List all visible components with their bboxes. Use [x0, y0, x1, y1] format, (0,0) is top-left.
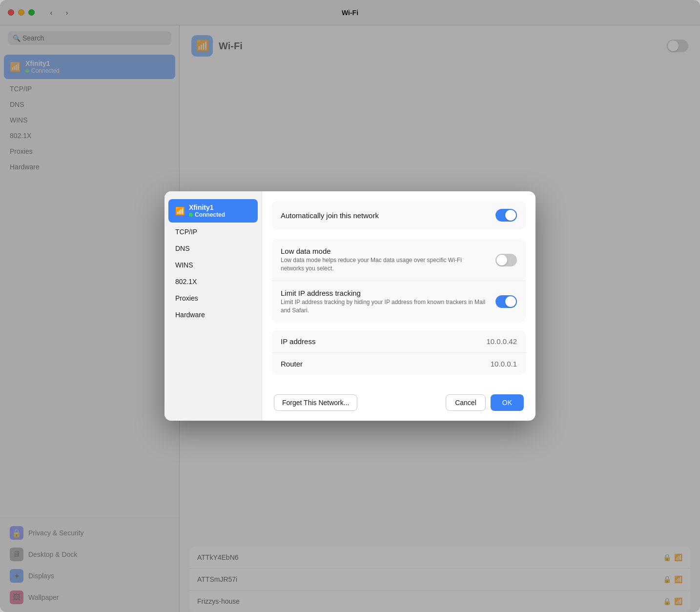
- low-data-knob: [496, 255, 507, 265]
- limit-ip-toggle[interactable]: [495, 295, 517, 308]
- modal-main: Automatically join this network Low data…: [262, 191, 535, 420]
- modal-network-info: Xfinity1 Connected: [189, 204, 225, 218]
- router-value: 10.0.0.1: [491, 360, 517, 368]
- modal-content: 📶 Xfinity1 Connected TCP/IP DNS WINS 802…: [165, 191, 535, 420]
- auto-join-knob: [505, 210, 516, 221]
- modal-nav-8021x[interactable]: 802.1X: [165, 273, 262, 290]
- auto-join-row: Automatically join this network: [272, 201, 526, 229]
- auto-join-label: Automatically join this network: [281, 211, 379, 220]
- modal-nav-proxies[interactable]: Proxies: [165, 290, 262, 306]
- modal-network-status: Connected: [189, 211, 225, 218]
- router-label: Router: [281, 360, 303, 368]
- low-data-toggle[interactable]: [495, 254, 517, 266]
- ok-button[interactable]: OK: [491, 394, 524, 411]
- ip-address-value: 10.0.0.42: [486, 337, 517, 346]
- modal-selected-network[interactable]: 📶 Xfinity1 Connected: [168, 199, 258, 223]
- low-data-info: Low data mode Low data mode helps reduce…: [281, 247, 495, 273]
- footer-btn-group: Cancel OK: [446, 394, 524, 411]
- low-data-label: Low data mode: [281, 247, 486, 255]
- ip-address-label: IP address: [281, 337, 315, 346]
- limit-ip-desc: Limit IP address tracking by hiding your…: [281, 298, 486, 315]
- limit-ip-info: Limit IP address tracking Limit IP addre…: [281, 289, 495, 315]
- ip-info-section: IP address 10.0.0.42 Router 10.0.0.1: [272, 330, 526, 375]
- ip-address-row: IP address 10.0.0.42: [272, 330, 526, 353]
- modal-wifi-icon: 📶: [175, 206, 185, 216]
- main-window: ‹ › Wi-Fi 🔍 📶 Xfinity1: [0, 0, 700, 612]
- modal-nav-hardware[interactable]: Hardware: [165, 306, 262, 323]
- modal-overlay: 📶 Xfinity1 Connected TCP/IP DNS WINS 802…: [0, 0, 700, 612]
- auto-join-toggle[interactable]: [495, 209, 517, 222]
- modal-nav-wins[interactable]: WINS: [165, 257, 262, 273]
- limit-ip-label: Limit IP address tracking: [281, 289, 486, 297]
- modal-nav-tcpip[interactable]: TCP/IP: [165, 224, 262, 240]
- forget-network-button[interactable]: Forget This Network...: [274, 394, 357, 411]
- modal-sidebar: 📶 Xfinity1 Connected TCP/IP DNS WINS 802…: [165, 191, 262, 420]
- low-data-desc: Low data mode helps reduce your Mac data…: [281, 256, 486, 273]
- limit-ip-row: Limit IP address tracking Limit IP addre…: [272, 281, 526, 323]
- modal-nav-dns[interactable]: DNS: [165, 240, 262, 257]
- router-row: Router 10.0.0.1: [272, 353, 526, 375]
- modal-connected-dot: [189, 213, 193, 217]
- network-settings-modal: 📶 Xfinity1 Connected TCP/IP DNS WINS 802…: [165, 191, 535, 420]
- auto-join-section: Automatically join this network: [272, 201, 526, 229]
- cancel-button[interactable]: Cancel: [446, 394, 486, 411]
- limit-ip-knob: [505, 296, 516, 307]
- modal-footer: Forget This Network... Cancel OK: [262, 385, 535, 421]
- modal-network-name: Xfinity1: [189, 204, 225, 211]
- low-data-row: Low data mode Low data mode helps reduce…: [272, 239, 526, 281]
- data-settings-section: Low data mode Low data mode helps reduce…: [272, 239, 526, 322]
